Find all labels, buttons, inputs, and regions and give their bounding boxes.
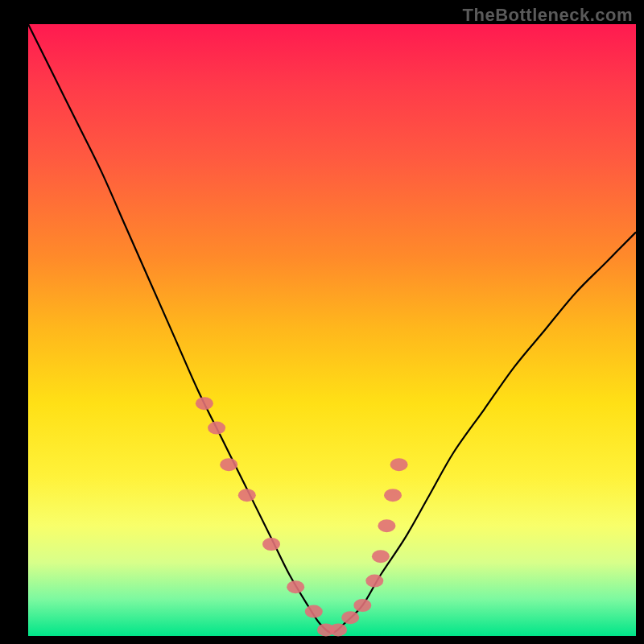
marker-point [196, 397, 213, 410]
marker-point [238, 489, 256, 502]
marker-point [287, 580, 304, 593]
marker-point [384, 489, 402, 502]
marker-point [341, 611, 359, 624]
chart-frame: TheBottleneck.com [0, 0, 644, 644]
marker-point [390, 458, 408, 471]
watermark-text: TheBottleneck.com [463, 5, 633, 26]
marker-point [305, 605, 323, 618]
plot-area [28, 24, 636, 636]
marker-point [365, 575, 383, 588]
marker-point [220, 458, 237, 471]
marker-point [372, 550, 390, 563]
bottleneck-curve [28, 24, 636, 633]
curve-svg [28, 24, 636, 636]
marker-point [353, 599, 371, 612]
marker-point [262, 538, 280, 551]
markers-group [196, 397, 408, 636]
marker-point [208, 422, 225, 435]
marker-point [329, 623, 347, 636]
marker-point [378, 519, 395, 532]
